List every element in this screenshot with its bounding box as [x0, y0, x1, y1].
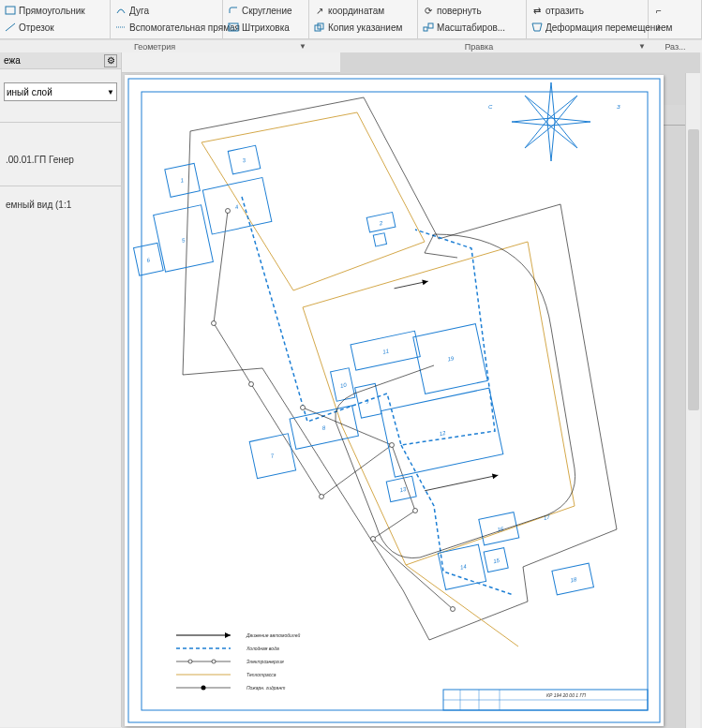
rectangle-tool[interactable]: Прямоугольник: [4, 4, 85, 17]
svg-text:Пожарн. гидрант: Пожарн. гидрант: [246, 685, 285, 691]
copy-icon: [313, 21, 326, 34]
svg-line-1: [6, 23, 15, 31]
svg-text:8: 8: [321, 424, 326, 431]
layer-selector[interactable]: иный слой ▼: [4, 82, 117, 101]
chevron-down-icon: ▼: [299, 42, 306, 51]
mirror-label: отразить: [545, 6, 584, 16]
svg-text:10: 10: [339, 382, 347, 389]
move-icon: ↗: [313, 4, 326, 17]
svg-point-70: [212, 660, 216, 663]
tree-view[interactable]: емный вид (1:1: [4, 196, 117, 214]
title-block: КР 194 20 00 1 ГП: [443, 690, 648, 710]
svg-text:11: 11: [382, 349, 390, 355]
svg-marker-64: [225, 632, 231, 638]
arc-icon: [114, 4, 127, 17]
extra-tool-1[interactable]: ⌐: [652, 4, 665, 17]
svg-text:Теплотрасса: Теплотрасса: [246, 672, 276, 677]
chevron-down-icon: ▼: [107, 88, 114, 97]
edit-group-label[interactable]: Правка▼: [309, 39, 649, 52]
mirror-icon: ⇄: [530, 4, 544, 17]
svg-text:Электроэнергия: Электроэнергия: [246, 659, 284, 664]
svg-point-14: [249, 382, 254, 387]
hatch-tool[interactable]: Штриховка: [227, 21, 290, 34]
geometry-group-label[interactable]: Геометрия▼: [0, 39, 309, 52]
scale-icon: [422, 21, 435, 34]
svg-text:9: 9: [365, 398, 369, 405]
svg-text:5: 5: [181, 237, 186, 244]
size-group-label[interactable]: Раз...: [649, 39, 702, 52]
rotate-icon: ⟳: [422, 4, 435, 17]
segment-tool[interactable]: Отрезок: [4, 21, 54, 34]
current-layer-label: иный слой: [7, 87, 52, 97]
svg-rect-10: [128, 79, 660, 722]
svg-text:Движение автомобилей: Движение автомобилей: [246, 632, 300, 638]
drawing-paper[interactable]: С З 1 3 4: [125, 75, 664, 726]
scale-label: Масштабиров...: [437, 22, 505, 33]
svg-line-4: [229, 26, 233, 31]
auxline-tool[interactable]: Вспомогательная прямая: [114, 21, 240, 34]
svg-point-12: [226, 209, 231, 214]
copy-tool[interactable]: Копия указанием: [313, 21, 402, 34]
compass-c: С: [488, 104, 493, 110]
scale-tool[interactable]: Масштабиров...: [422, 21, 505, 34]
bycoords-label: координатам: [328, 6, 384, 16]
segment-icon: [4, 21, 17, 34]
fillet-tool[interactable]: Скругление: [227, 4, 292, 17]
fillet-icon: [227, 4, 240, 17]
main-ribbon: Прямоугольник Отрезок Дуга: [0, 0, 702, 39]
tree-document[interactable]: .00.01.ГП Генер: [4, 151, 117, 169]
rectangle-label: Прямоугольник: [19, 6, 85, 16]
svg-text:1: 1: [180, 177, 185, 184]
deform-icon: [530, 21, 544, 34]
rectangle-icon: [4, 4, 17, 17]
side-panel: ежа ⚙ иный слой ▼ .00.01.ГП Генер емный …: [0, 52, 122, 727]
svg-text:19: 19: [447, 355, 455, 362]
copy-label: Копия указанием: [328, 22, 402, 33]
panel-header: ежа ⚙: [0, 52, 121, 69]
svg-point-17: [301, 406, 306, 410]
svg-text:7: 7: [270, 453, 275, 459]
svg-point-13: [212, 321, 217, 326]
svg-text:13: 13: [399, 486, 407, 493]
hatch-icon: [227, 21, 240, 34]
svg-line-59: [425, 475, 498, 491]
svg-text:2: 2: [378, 220, 383, 227]
svg-rect-0: [6, 7, 15, 14]
svg-point-18: [413, 509, 418, 513]
svg-point-15: [320, 495, 324, 499]
auxline-icon: [114, 21, 127, 34]
svg-text:КР 194 20 00 1 ГП: КР 194 20 00 1 ГП: [546, 692, 586, 698]
scroll-thumb[interactable]: [688, 129, 699, 410]
svg-text:6: 6: [146, 257, 151, 263]
svg-point-19: [371, 537, 376, 542]
hatch-label: Штриховка: [242, 22, 290, 33]
rotate-label: повернуть: [437, 6, 482, 16]
segment-label: Отрезок: [19, 22, 54, 33]
extra-tool-2[interactable]: ⊦: [652, 21, 665, 34]
canvas-top-blank: [122, 52, 340, 73]
canvas-area: ▦ ▼ ⊥ 👁 ⊙ # L СК 0 ▼ ⌐ ✦ ┤: [122, 52, 700, 728]
svg-point-20: [451, 607, 456, 612]
rotate-tool[interactable]: ⟳ повернуть: [422, 4, 482, 17]
gear-icon[interactable]: ⚙: [104, 54, 117, 67]
vertical-scrollbar[interactable]: [685, 73, 700, 728]
svg-point-16: [390, 443, 395, 448]
arc-tool[interactable]: Дуга: [114, 4, 149, 17]
bycoords-tool[interactable]: ↗ координатам: [313, 4, 384, 17]
svg-text:14: 14: [459, 563, 467, 570]
svg-text:3: 3: [242, 157, 246, 164]
chevron-down-icon: ▼: [638, 42, 646, 51]
arc-label: Дуга: [129, 6, 149, 16]
angle-icon: ⌐: [652, 4, 665, 17]
svg-rect-9: [428, 23, 433, 28]
svg-rect-33: [373, 233, 386, 246]
svg-text:15: 15: [493, 557, 500, 564]
svg-marker-62: [422, 278, 428, 285]
compass-s: З: [617, 104, 620, 110]
panel-tab-label: ежа: [4, 55, 21, 66]
svg-text:4: 4: [234, 203, 239, 210]
svg-rect-8: [424, 27, 427, 31]
fillet-label: Скругление: [242, 6, 292, 16]
svg-text:12: 12: [439, 430, 446, 437]
mirror-tool[interactable]: ⇄ отразить: [530, 4, 584, 17]
